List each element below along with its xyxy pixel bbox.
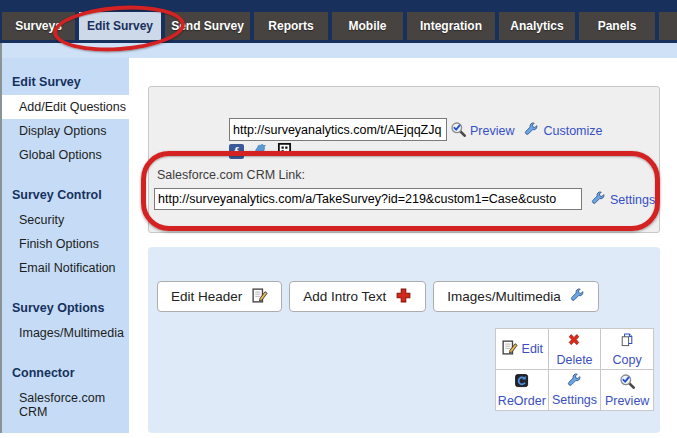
sidebar-item-images-multimedia[interactable]: Images/Multimedia <box>2 321 129 345</box>
sidebar-section-connector: Connector <box>2 361 129 386</box>
preview-link-label: Preview <box>470 124 514 138</box>
action-reorder-label: ReOrder <box>498 394 546 408</box>
delete-icon <box>566 332 582 352</box>
images-multimedia-button[interactable]: Images/Multimedia <box>433 281 598 312</box>
share-link-box: Preview Customize f Salesforce.com CRM L… <box>148 86 660 233</box>
tab-surveys[interactable]: Surveys <box>2 12 75 40</box>
survey-editor-panel: Edit Header Add Intro Text Images/Multim… <box>148 247 660 433</box>
tab-analytics[interactable]: Analytics <box>499 12 575 40</box>
tab-edit-survey[interactable]: Edit Survey <box>79 12 161 40</box>
sidebar-section-survey-control: Survey Control <box>2 183 129 208</box>
sub-nav-band <box>0 43 677 58</box>
action-settings-label: Settings <box>552 393 597 407</box>
survey-url-input[interactable] <box>229 118 447 141</box>
crm-settings-link[interactable]: Settings <box>591 191 655 209</box>
sidebar-section-edit-survey: Edit Survey <box>2 70 129 95</box>
crm-url-input[interactable] <box>154 188 582 210</box>
settings-wrench-icon <box>591 191 606 209</box>
sidebar-item-salesforce-crm[interactable]: Salesforce.com CRM <box>2 386 129 424</box>
tab-panels[interactable]: Panels <box>579 12 655 40</box>
customize-wrench-icon <box>524 122 539 140</box>
qr-code-icon[interactable] <box>277 142 292 161</box>
action-delete-label: Delete <box>556 353 592 367</box>
edit-header-label: Edit Header <box>171 289 242 304</box>
images-multimedia-label: Images/Multimedia <box>447 289 560 304</box>
edit-header-button[interactable]: Edit Header <box>157 281 282 312</box>
customize-link[interactable]: Customize <box>524 122 602 140</box>
settings-icon <box>567 373 582 392</box>
preview-link[interactable]: Preview <box>450 121 514 140</box>
add-plus-icon <box>395 287 412 307</box>
preview-icon <box>619 373 635 393</box>
nav-filler <box>659 12 677 40</box>
sidebar-item-display-options[interactable]: Display Options <box>2 119 129 143</box>
action-copy-label: Copy <box>613 353 642 367</box>
crm-settings-label: Settings <box>610 193 655 207</box>
sidebar-item-email-notification[interactable]: Email Notification <box>2 256 129 280</box>
add-intro-label: Add Intro Text <box>303 289 386 304</box>
action-preview-label: Preview <box>605 394 649 408</box>
edit-icon <box>501 339 518 360</box>
sidebar-item-security[interactable]: Security <box>2 208 129 232</box>
sidebar: Edit Survey Add/Edit Questions Display O… <box>2 58 129 433</box>
nav-tabs: Surveys Edit Survey Send Survey Reports … <box>2 12 677 40</box>
action-reorder[interactable]: ReOrder <box>496 370 549 411</box>
action-copy[interactable]: Copy <box>601 329 654 370</box>
multimedia-wrench-icon <box>570 288 585 306</box>
add-intro-text-button[interactable]: Add Intro Text <box>289 281 426 312</box>
app-window: { "nav": { "tabs": [ {"label": "Surveys"… <box>0 0 677 438</box>
sidebar-item-finish-options[interactable]: Finish Options <box>2 232 129 256</box>
twitter-bird-icon[interactable] <box>253 142 268 161</box>
sidebar-section-survey-options: Survey Options <box>2 296 129 321</box>
editor-toolbar: Edit Header Add Intro Text Images/Multim… <box>157 281 599 312</box>
crm-link-label: Salesforce.com CRM Link: <box>157 168 305 182</box>
customize-link-label: Customize <box>543 124 602 138</box>
question-actions-grid: Edit Delete Copy ReOrder Settings Previe… <box>495 328 654 411</box>
tab-send-survey[interactable]: Send Survey <box>165 12 250 40</box>
action-preview[interactable]: Preview <box>601 370 654 411</box>
action-edit-label: Edit <box>522 342 544 356</box>
edit-note-icon <box>251 287 268 307</box>
action-edit[interactable]: Edit <box>496 329 549 370</box>
facebook-icon[interactable]: f <box>229 144 244 159</box>
tab-reports[interactable]: Reports <box>254 12 328 40</box>
sidebar-item-global-options[interactable]: Global Options <box>2 143 129 167</box>
tab-mobile[interactable]: Mobile <box>332 12 403 40</box>
tab-integration[interactable]: Integration <box>407 12 495 40</box>
social-share-row: f <box>229 142 292 161</box>
copy-icon <box>619 332 635 352</box>
action-delete[interactable]: Delete <box>549 329 602 370</box>
action-settings[interactable]: Settings <box>549 370 602 411</box>
preview-magnifier-icon <box>450 121 466 140</box>
sidebar-item-add-edit-questions[interactable]: Add/Edit Questions <box>2 95 129 119</box>
reorder-icon <box>514 373 530 393</box>
